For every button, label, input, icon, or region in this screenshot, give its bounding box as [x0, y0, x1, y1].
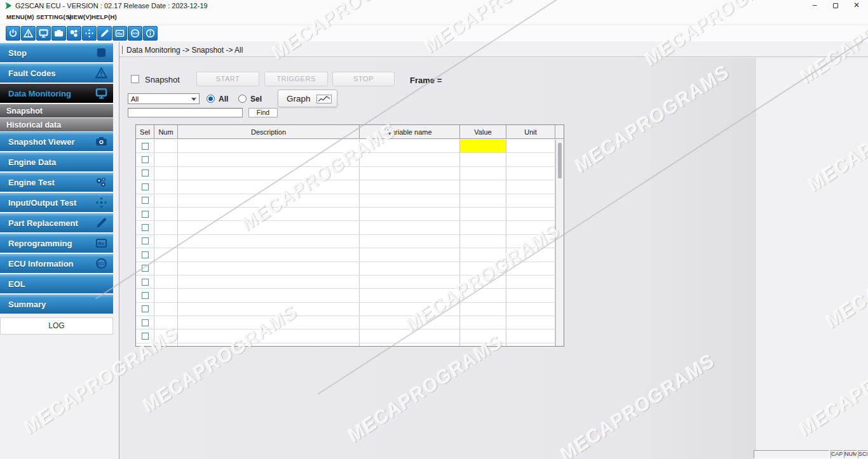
sidebar-item-fault-codes[interactable]: Fault Codes	[0, 63, 113, 83]
menu-item-menum[interactable]: MENU(M)	[6, 13, 34, 20]
row-checkbox[interactable]	[142, 170, 149, 176]
row-checkbox[interactable]	[142, 265, 149, 272]
sel-cell	[136, 276, 154, 288]
sidebar-item-engine-test[interactable]: Engine Test	[0, 173, 113, 192]
minimize-button[interactable]: –	[806, 1, 824, 11]
table-row[interactable]	[136, 289, 555, 302]
toolbar-fault-warning-button[interactable]	[21, 26, 36, 41]
breadcrumb: Data Monitoring -> Snapshot -> All	[126, 46, 243, 55]
menu-bar: MENU(M)SETTING(S)VIEW(V)HELP(H)	[0, 11, 868, 24]
sel-cell	[136, 235, 154, 248]
table-row[interactable]	[136, 180, 555, 194]
toolbar-info-button[interactable]	[143, 26, 158, 41]
variable-name-cell	[360, 153, 460, 166]
table-row[interactable]	[136, 276, 555, 289]
filter-dropdown[interactable]: All	[128, 93, 200, 104]
close-button[interactable]: ✕	[848, 1, 865, 11]
table-row[interactable]	[136, 316, 555, 329]
toolbar-io-arrows-button[interactable]	[82, 26, 97, 41]
start-button[interactable]: START	[196, 72, 259, 86]
table-row[interactable]	[136, 329, 555, 343]
sidebar-item-part-replacement[interactable]: Part Replacement	[0, 213, 113, 232]
table-row[interactable]	[136, 262, 555, 276]
restore-button[interactable]	[827, 1, 844, 11]
sel-cell	[136, 248, 154, 261]
radio-all[interactable]	[207, 95, 215, 103]
table-row[interactable]	[136, 248, 555, 262]
log-button[interactable]: LOG	[0, 317, 113, 335]
graph-button[interactable]: Graph	[278, 90, 337, 107]
row-checkbox[interactable]	[142, 319, 149, 326]
description-cell	[178, 153, 360, 166]
triggers-button[interactable]: TRIGGERS	[264, 72, 328, 86]
toolbar-reprogram-button[interactable]: Re	[112, 26, 127, 41]
table-row[interactable]	[136, 221, 555, 234]
menu-item-helph[interactable]: HELP(H)	[92, 13, 117, 20]
row-checkbox[interactable]	[142, 237, 149, 244]
table-row[interactable]	[136, 153, 555, 166]
column-header-description[interactable]: Description	[178, 125, 360, 138]
scrollbar-thumb[interactable]	[558, 143, 562, 178]
stop-button[interactable]: STOP	[332, 72, 395, 86]
sidebar-item-engine-data[interactable]: Engine Data	[0, 152, 113, 171]
value-cell	[460, 276, 506, 288]
row-checkbox[interactable]	[142, 305, 149, 312]
sidebar-item-data-monitoring[interactable]: Data Monitoring	[0, 84, 113, 103]
row-checkbox[interactable]	[142, 156, 149, 163]
sidebar-item-snapshot-viewer[interactable]: Snapshot Viewer	[0, 132, 113, 151]
value-cell	[460, 316, 506, 329]
menu-item-settings[interactable]: SETTING(S)	[36, 13, 72, 20]
table-scrollbar[interactable]	[555, 140, 564, 346]
sidebar-item-historical-data[interactable]: Historical data	[0, 118, 113, 131]
sidebar-item-reprogramming[interactable]: ReprogrammingRe	[0, 234, 113, 253]
row-checkbox[interactable]	[142, 251, 149, 258]
column-header-num[interactable]: Num	[154, 125, 178, 138]
sidebar-item-label: Data Monitoring	[0, 89, 71, 98]
toolbar-ecu-button[interactable]: ECU	[128, 26, 142, 41]
row-checkbox[interactable]	[142, 183, 149, 190]
num-cell	[154, 329, 178, 342]
table-row[interactable]	[136, 235, 555, 248]
table-row[interactable]	[136, 343, 555, 346]
toolbar-power-button[interactable]	[6, 26, 20, 41]
snapshot-checkbox[interactable]	[131, 75, 139, 83]
find-input[interactable]	[128, 108, 243, 117]
sidebar-item-summary[interactable]: Summary	[0, 295, 113, 314]
table-row[interactable]	[136, 303, 555, 316]
sidebar-item-label: Input/Output Test	[0, 198, 76, 208]
table-row[interactable]	[136, 208, 555, 221]
column-header-value[interactable]: Value	[460, 125, 506, 138]
row-checkbox[interactable]	[142, 143, 149, 150]
num-cell	[154, 276, 178, 288]
sidebar-item-snapshot[interactable]: Snapshot	[0, 104, 113, 117]
column-header-unit[interactable]: Unit	[506, 125, 555, 138]
column-header-variable-name[interactable]: Variable name	[360, 125, 460, 138]
menu-item-viewv[interactable]: VIEW(V)	[67, 13, 92, 20]
column-header-sel[interactable]: Sel	[136, 125, 154, 138]
description-cell	[178, 167, 360, 180]
toolbar-part-edit-button[interactable]	[97, 26, 112, 41]
sidebar-item-label: Part Replacement	[0, 218, 78, 228]
sidebar-item-stop[interactable]: Stop	[0, 43, 113, 62]
row-checkbox[interactable]	[142, 333, 149, 340]
sidebar-item-eol[interactable]: EOL	[0, 274, 113, 293]
row-checkbox[interactable]	[142, 224, 149, 231]
row-checkbox[interactable]	[142, 211, 149, 218]
stop-icon	[95, 47, 107, 59]
sidebar-item-input-output-test[interactable]: Input/Output Test	[0, 193, 113, 212]
row-checkbox[interactable]	[142, 197, 149, 204]
toolbar-engine-gears-button[interactable]	[67, 26, 81, 41]
table-row[interactable]	[136, 140, 555, 153]
variable-name-cell	[360, 194, 460, 207]
row-checkbox[interactable]	[142, 292, 149, 299]
value-cell	[460, 343, 506, 346]
sidebar-item-ecu-information[interactable]: ECU InformationECU	[0, 254, 113, 273]
row-checkbox[interactable]	[142, 279, 149, 286]
toolbar-snapshot-camera-button[interactable]	[51, 26, 66, 41]
io-arrows-icon	[95, 197, 107, 209]
table-row[interactable]	[136, 167, 555, 180]
toolbar-data-monitor-button[interactable]	[36, 26, 51, 41]
table-row[interactable]	[136, 194, 555, 208]
find-button[interactable]: Find	[248, 108, 278, 117]
radio-sel[interactable]	[238, 95, 247, 103]
